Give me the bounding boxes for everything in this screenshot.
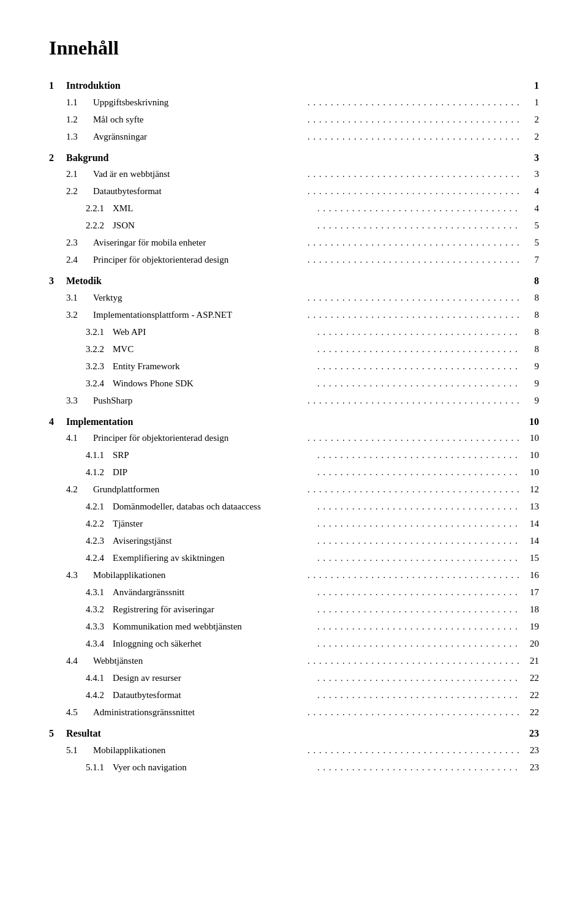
toc-number: 2.1 [66, 167, 93, 181]
toc-dots [317, 448, 519, 462]
toc-label: PushSharp [93, 393, 305, 408]
toc-dots [307, 743, 519, 757]
toc-label: Domänmodeller, databas och dataaccess [113, 499, 315, 514]
toc-label: Webbtjänsten [93, 653, 305, 668]
toc-dots [307, 167, 519, 181]
toc-dots [317, 760, 519, 775]
toc-page: 4 [522, 184, 539, 198]
toc-number: 2.2 [66, 184, 93, 198]
toc-dots [307, 568, 519, 582]
toc-page: 14 [522, 533, 539, 548]
toc-label: Mål och syfte [93, 112, 305, 127]
toc-dots [307, 307, 519, 322]
toc-number: 4 [49, 414, 66, 430]
toc-entry: 4.1.1 SRP 10 [49, 448, 539, 462]
toc-page: 9 [522, 359, 539, 374]
toc-number: 5.1.1 [86, 760, 113, 775]
toc-number: 3.3 [66, 393, 93, 408]
toc-entry: 5.1 Mobilapplikationen 23 [49, 743, 539, 757]
toc-dots [317, 619, 519, 634]
toc-dots [317, 359, 519, 374]
toc-number: 2.2.2 [86, 218, 113, 233]
toc-label: Datautbytesformat [93, 184, 305, 198]
toc-dots [317, 585, 519, 599]
toc-number: 2.2.1 [86, 201, 113, 216]
toc-page: 10 [522, 430, 539, 445]
toc-entry: 4.4.1 Design av resurser 22 [49, 670, 539, 685]
toc-entry: 2.2.2 JSON 5 [49, 218, 539, 233]
toc-page: 1 [522, 78, 539, 94]
toc-dots [307, 112, 519, 127]
toc-label: Aviseringstjänst [113, 533, 315, 548]
toc-label: Grundplattformen [93, 482, 305, 497]
toc-page: 13 [522, 499, 539, 514]
toc-dots [317, 602, 519, 617]
toc-page: 8 [522, 342, 539, 356]
toc-page: 12 [522, 482, 539, 497]
toc-page: 3 [522, 150, 539, 166]
toc-entry: 4.2.2 Tjänster 14 [49, 516, 539, 531]
toc-page: 9 [522, 376, 539, 391]
toc-number: 4.2.1 [86, 499, 113, 514]
toc-number: 4.1.1 [86, 448, 113, 462]
toc-page: 10 [522, 465, 539, 479]
toc-entry: 2 Bakgrund 3 [49, 150, 539, 166]
toc-page: 20 [522, 636, 539, 651]
toc-number: 4.2.2 [86, 516, 113, 531]
toc-number: 4.1.2 [86, 465, 113, 479]
toc-number: 4.4.2 [86, 688, 113, 702]
toc-number: 3.2 [66, 307, 93, 322]
toc-dots [307, 290, 519, 305]
toc-entry: 2.3 Aviseringar för mobila enheter 5 [49, 235, 539, 250]
toc-entry: 3.2.1 Web API 8 [49, 325, 539, 339]
toc-number: 4.3.1 [86, 585, 113, 599]
toc-number: 4.3.4 [86, 636, 113, 651]
toc-page: 22 [522, 705, 539, 719]
toc-label: Implementationsplattform - ASP.NET [93, 307, 305, 322]
toc-entry: 2.4 Principer för objektorienterad desig… [49, 252, 539, 267]
toc-number: 1.2 [66, 112, 93, 127]
toc-page: 14 [522, 516, 539, 531]
toc-entry: 5.1.1 Vyer och navigation 23 [49, 760, 539, 775]
toc-entry: 4.2.3 Aviseringstjänst 14 [49, 533, 539, 548]
toc-number: 4.1 [66, 430, 93, 445]
toc-dots [307, 235, 519, 250]
toc-entry: 3.2.2 MVC 8 [49, 342, 539, 356]
toc-label: Inloggning och säkerhet [113, 636, 315, 651]
toc-dots [317, 688, 519, 702]
toc-label: Mobilapplikationen [93, 568, 305, 582]
toc-entry: 3.1 Verktyg 8 [49, 290, 539, 305]
toc-entry: 3.2.4 Windows Phone SDK 9 [49, 376, 539, 391]
toc-dots [317, 533, 519, 548]
toc-number: 4.4 [66, 653, 93, 668]
toc-dots [307, 705, 519, 719]
toc-number: 4.2 [66, 482, 93, 497]
toc-label: Introduktion [66, 78, 522, 94]
toc-entry: 1.2 Mål och syfte 2 [49, 112, 539, 127]
toc-dots [317, 218, 519, 233]
toc-number: 4.3 [66, 568, 93, 582]
toc-dots [317, 550, 519, 565]
toc-label: Verktyg [93, 290, 305, 305]
toc-dots [317, 201, 519, 216]
toc-entry: 4.2 Grundplattformen 12 [49, 482, 539, 497]
toc-page: 16 [522, 568, 539, 582]
toc-entry: 2.2.1 XML 4 [49, 201, 539, 216]
toc-label: Web API [113, 325, 315, 339]
toc-label: Administrationsgränssnittet [93, 705, 305, 719]
toc-number: 4.2.3 [86, 533, 113, 548]
toc-page: 22 [522, 670, 539, 685]
toc-entry: 4.4.2 Datautbytesformat 22 [49, 688, 539, 702]
toc-entry: 3.2 Implementationsplattform - ASP.NET 8 [49, 307, 539, 322]
toc-number: 3.2.2 [86, 342, 113, 356]
toc-dots [307, 482, 519, 497]
toc-entry: 4.3.2 Registrering för aviseringar 18 [49, 602, 539, 617]
toc-label: Principer för objektorienterad design [93, 430, 305, 445]
toc-dots [307, 430, 519, 445]
toc-label: Mobilapplikationen [93, 743, 305, 757]
toc-number: 4.4.1 [86, 670, 113, 685]
toc-label: Vyer och navigation [113, 760, 315, 775]
toc-page: 10 [522, 448, 539, 462]
toc-entry: 4.5 Administrationsgränssnittet 22 [49, 705, 539, 719]
toc-number: 1.1 [66, 95, 93, 110]
